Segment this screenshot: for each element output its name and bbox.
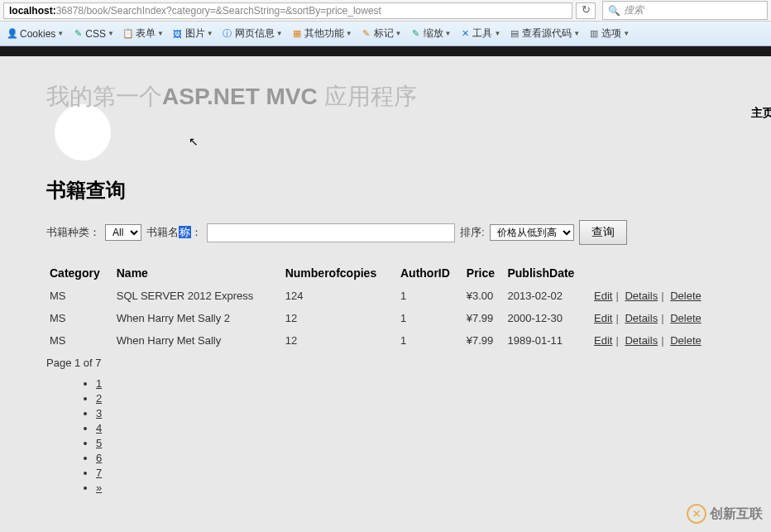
details-link[interactable]: Details — [625, 334, 658, 347]
toolbar-item-选项[interactable]: ▥选项▼ — [588, 26, 630, 41]
cell-date: 1989-01-11 — [504, 329, 591, 352]
watermark-text: 创新互联 — [710, 506, 763, 523]
cell-price: ¥3.00 — [463, 285, 505, 307]
chevron-down-icon: ▼ — [57, 30, 64, 37]
cell-date: 2013-02-02 — [504, 285, 591, 307]
col-copies: Numberofcopies — [282, 261, 397, 285]
chevron-down-icon: ▼ — [573, 30, 580, 37]
toolbar-item-表单[interactable]: 📋表单▼ — [122, 26, 164, 41]
pager-list: 1234567» — [96, 377, 725, 494]
name-input[interactable] — [207, 223, 455, 242]
cell-price: ¥7.99 — [463, 307, 505, 329]
watermark-icon: ✕ — [687, 504, 706, 524]
submit-button[interactable]: 查询 — [579, 220, 627, 245]
toolbar-item-网页信息[interactable]: ⓘ网页信息▼ — [222, 26, 283, 41]
table-row: MS When Harry Met Sally 12 1 ¥7.99 1989-… — [46, 329, 725, 352]
results-table: Category Name Numberofcopies AuthorID Pr… — [46, 261, 725, 352]
toolbar-item-图片[interactable]: 🖼图片▼ — [172, 26, 213, 41]
cell-actions: Edit| Details| Delete — [591, 285, 725, 307]
pager-item: 4 — [96, 422, 725, 434]
toolbar-label: Cookies — [20, 28, 55, 40]
delete-link[interactable]: Delete — [670, 290, 702, 302]
pager-link[interactable]: 2 — [96, 392, 102, 405]
toolbar-label: 其他功能 — [304, 26, 344, 41]
toolbar-icon: ⓘ — [222, 28, 233, 40]
cell-name: When Harry Met Sally — [113, 329, 282, 352]
toolbar-label: CSS — [85, 28, 106, 40]
toolbar-icon: 📋 — [122, 28, 134, 40]
cell-date: 2000-12-30 — [504, 307, 591, 329]
pager-item: 6 — [96, 452, 725, 464]
edit-link[interactable]: Edit — [594, 334, 612, 347]
toolbar-label: 缩放 — [424, 26, 443, 41]
cell-name: When Harry Met Sally 2 — [113, 307, 282, 329]
toolbar-icon: ✎ — [361, 28, 372, 40]
pager-link[interactable]: 3 — [96, 407, 102, 419]
pager-link[interactable]: 4 — [96, 422, 102, 434]
avatar-placeholder — [55, 104, 111, 161]
chevron-down-icon: ▼ — [108, 30, 114, 37]
toolbar-label: 图片 — [185, 26, 205, 41]
search-placeholder: 搜索 — [624, 3, 644, 17]
search-form: 书籍种类： All 书籍名称： 排序: 价格从低到高 查询 — [46, 220, 725, 245]
toolbar-item-标记[interactable]: ✎标记▼ — [361, 26, 402, 41]
delete-link[interactable]: Delete — [670, 312, 702, 324]
cell-category: MS — [46, 307, 113, 329]
cell-author: 1 — [397, 285, 463, 307]
sort-label: 排序: — [460, 225, 485, 240]
pager-link[interactable]: » — [96, 482, 102, 494]
edit-link[interactable]: Edit — [594, 312, 612, 324]
pager-link[interactable]: 7 — [96, 467, 102, 479]
toolbar-icon: 👤 — [7, 28, 18, 40]
toolbar-label: 表单 — [136, 26, 156, 41]
content-wrap: ↖ 我的第一个ASP.NET MVC 应用程序 主页 书籍查询 书籍种类： Al… — [46, 56, 725, 513]
pager-item: 1 — [96, 377, 725, 390]
cell-author: 1 — [397, 307, 463, 329]
toolbar-label: 工具 — [472, 26, 492, 41]
name-label: 书籍名称： — [146, 225, 202, 240]
table-row: MS When Harry Met Sally 2 12 1 ¥7.99 200… — [46, 307, 725, 329]
col-category: Category — [46, 261, 113, 285]
nav-home-link[interactable]: 主页 — [751, 106, 771, 121]
pager-link[interactable]: 6 — [96, 452, 102, 464]
browser-url-bar: localhost:36878/book/SearchIndex?categor… — [0, 0, 771, 22]
chevron-down-icon: ▼ — [395, 30, 402, 37]
category-select[interactable]: All — [105, 224, 141, 241]
cell-copies: 12 — [282, 329, 397, 352]
pager-item: 2 — [96, 392, 725, 405]
cell-category: MS — [46, 285, 113, 307]
toolbar-icon: ▥ — [588, 28, 600, 40]
cell-copies: 12 — [282, 307, 397, 329]
cell-copies: 124 — [282, 285, 397, 307]
toolbar-item-css[interactable]: ✎CSS▼ — [72, 28, 114, 40]
chevron-down-icon: ▼ — [276, 30, 283, 37]
cell-category: MS — [46, 329, 113, 352]
toolbar-item-cookies[interactable]: 👤Cookies▼ — [7, 28, 64, 40]
details-link[interactable]: Details — [625, 290, 658, 302]
details-link[interactable]: Details — [625, 312, 658, 324]
toolbar-label: 标记 — [374, 26, 394, 41]
pager-link[interactable]: 1 — [96, 377, 102, 390]
search-icon: 🔍 — [608, 5, 620, 17]
chevron-down-icon: ▼ — [346, 30, 352, 37]
pager-link[interactable]: 5 — [96, 437, 102, 449]
browser-search-box[interactable]: 🔍 搜索 — [602, 1, 768, 20]
sort-select[interactable]: 价格从低到高 — [490, 224, 574, 241]
toolbar-item-工具[interactable]: ✕工具▼ — [459, 26, 500, 41]
toolbar-item-其他功能[interactable]: ▦其他功能▼ — [291, 26, 352, 41]
toolbar-icon: ▤ — [509, 28, 520, 40]
refresh-button[interactable]: ↻ — [576, 2, 596, 19]
toolbar-item-缩放[interactable]: ✎缩放▼ — [410, 26, 452, 41]
edit-link[interactable]: Edit — [594, 290, 612, 302]
toolbar-icon: ▦ — [291, 28, 303, 40]
toolbar-label: 网页信息 — [235, 26, 275, 41]
chevron-down-icon: ▼ — [623, 30, 630, 37]
url-input[interactable]: localhost:36878/book/SearchIndex?categor… — [3, 2, 572, 19]
toolbar-icon: ✎ — [72, 28, 84, 40]
dev-toolbar: 👤Cookies▼✎CSS▼📋表单▼🖼图片▼ⓘ网页信息▼▦其他功能▼✎标记▼✎缩… — [0, 22, 771, 46]
cell-actions: Edit| Details| Delete — [591, 329, 725, 352]
cell-author: 1 — [397, 329, 463, 352]
delete-link[interactable]: Delete — [670, 334, 702, 347]
toolbar-item-查看源代码[interactable]: ▤查看源代码▼ — [509, 26, 580, 41]
toolbar-icon: 🖼 — [172, 28, 184, 40]
